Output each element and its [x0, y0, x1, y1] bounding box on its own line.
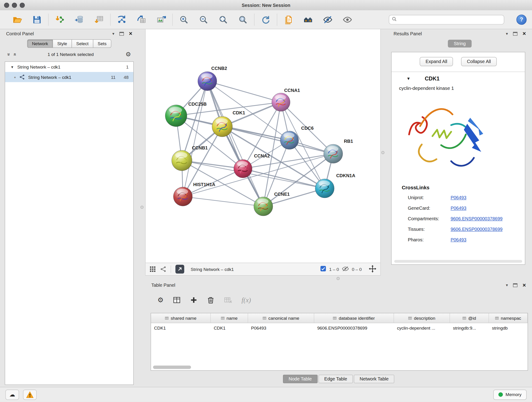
panel-close-icon[interactable]: × [129, 31, 133, 36]
network-edge-CDK1-RB1[interactable] [222, 127, 333, 153]
zoom-fit-icon[interactable] [217, 13, 230, 26]
network-node-CDK1[interactable] [212, 116, 233, 137]
hide-eye-slash-icon[interactable] [321, 13, 334, 26]
network-node-CCNA2[interactable] [234, 160, 252, 178]
column-header[interactable]: namespac [489, 313, 528, 323]
network-edge-CCNB2-CCNA1[interactable] [207, 81, 281, 102]
pan-crosshair-icon[interactable] [369, 265, 376, 274]
network-canvas[interactable]: CCNB2CCNA1CDC25BCDK1CDC6RB1CCNB1CCNA2CDK… [146, 29, 380, 263]
right-splitter-handle[interactable] [381, 151, 385, 154]
left-splitter-handle[interactable] [140, 206, 143, 209]
gene-section-header[interactable]: ▼ CDK1 [392, 71, 525, 85]
column-header[interactable]: @id [450, 313, 489, 323]
network-edge-CCNE1-HIST1H1A[interactable] [183, 196, 263, 206]
show-columns-icon[interactable] [173, 296, 181, 304]
table-cell[interactable]: P06493 [248, 323, 314, 332]
import-network-database-icon[interactable] [73, 13, 86, 26]
search-input[interactable] [399, 17, 501, 22]
expand-all-icon[interactable]: » [12, 53, 17, 56]
close-window-icon[interactable] [4, 3, 9, 8]
panel-float-icon[interactable] [513, 283, 517, 287]
column-header[interactable]: shared name [151, 313, 211, 323]
minimize-window-icon[interactable] [12, 3, 17, 8]
share-network-icon[interactable] [160, 266, 166, 272]
zoom-window-icon[interactable] [20, 3, 25, 8]
network-collection-row[interactable]: ▼ String Network – cdk1 1 [5, 62, 133, 72]
delete-column-trash-icon[interactable] [207, 296, 215, 304]
expand-all-button[interactable]: Expand All [420, 57, 453, 66]
panel-menu-chevron-icon[interactable]: ▾ [506, 32, 508, 36]
panel-menu-chevron-icon[interactable]: ▾ [506, 283, 508, 287]
panel-float-icon[interactable] [119, 32, 124, 35]
section-expander-icon[interactable]: ▼ [406, 76, 411, 81]
bottom-splitter-handle[interactable] [336, 277, 340, 280]
crosslink-link[interactable]: P06493 [451, 195, 467, 200]
memory-button[interactable]: Memory [493, 389, 526, 400]
zoom-out-icon[interactable] [197, 13, 210, 26]
network-node-CCNA1[interactable] [272, 93, 290, 111]
crosslink-link[interactable]: 9606.ENSP00000378699 [451, 227, 503, 232]
column-header[interactable]: database identifier [314, 313, 394, 323]
tab-style[interactable]: Style [52, 39, 72, 48]
network-node-RB1[interactable] [324, 144, 343, 163]
network-node-CCNE1[interactable] [254, 197, 273, 216]
birdseye-grid-icon[interactable] [150, 266, 156, 272]
crosslink-link[interactable]: P06493 [451, 206, 467, 211]
network-node-HIST1H1A[interactable] [173, 187, 192, 206]
network-list-gear-icon[interactable]: ⚙ [126, 51, 131, 57]
tab-sets[interactable]: Sets [93, 39, 111, 48]
table-cell[interactable]: stringdb:9... [450, 323, 489, 332]
network-node-CDC25B[interactable] [165, 105, 187, 127]
show-eye-icon[interactable] [341, 13, 354, 26]
cloud-status-button[interactable]: ☁ [6, 389, 19, 400]
function-builder-icon[interactable]: f(x) [241, 296, 251, 304]
tab-edge-table[interactable]: Edge Table [318, 375, 353, 383]
results-scrollbar[interactable] [394, 260, 522, 263]
table-cell[interactable]: CDK1 [211, 323, 248, 332]
hidden-eye-slash-icon[interactable] [342, 266, 349, 272]
help-button[interactable]: ? [516, 14, 526, 25]
network-node-CCNB2[interactable] [198, 71, 217, 90]
table-cell[interactable]: CDK1 [151, 323, 211, 332]
export-view-button[interactable] [176, 265, 184, 274]
column-header[interactable]: name [211, 313, 248, 323]
import-table-icon[interactable] [93, 13, 105, 26]
export-image-icon[interactable] [155, 13, 167, 26]
selected-checkbox-icon[interactable] [320, 266, 326, 273]
network-edge-CCNB2-CCNE1[interactable] [207, 81, 263, 206]
crosslink-link[interactable]: 9606.ENSP00000378699 [451, 216, 503, 221]
open-session-icon[interactable] [11, 13, 24, 26]
tab-string[interactable]: String [448, 40, 472, 47]
panel-close-icon[interactable]: × [523, 282, 526, 288]
home-networks-icon[interactable] [302, 13, 315, 26]
panel-menu-chevron-icon[interactable]: ▾ [112, 32, 114, 36]
add-column-icon[interactable] [190, 296, 197, 304]
column-header[interactable]: canonical name [248, 313, 314, 323]
tab-node-table[interactable]: Node Table [283, 375, 317, 383]
network-node-CCNB1[interactable] [172, 150, 192, 171]
save-session-icon[interactable] [31, 13, 43, 26]
column-header[interactable]: description [394, 313, 450, 323]
horizontal-scrollbar-thumb[interactable] [153, 366, 191, 369]
table-cell[interactable]: cyclin-dependent ... [394, 323, 450, 332]
crosslink-link[interactable]: P06493 [451, 237, 467, 242]
zoom-selected-icon[interactable] [236, 13, 249, 26]
table-cell[interactable]: stringdb [489, 323, 528, 332]
tree-expander-icon[interactable]: ▼ [11, 65, 14, 69]
panel-float-icon[interactable] [513, 32, 517, 35]
tab-network-table[interactable]: Network Table [354, 375, 394, 383]
collapse-all-icon[interactable]: » [6, 53, 12, 56]
zoom-in-icon[interactable] [177, 13, 190, 26]
tab-network[interactable]: Network [27, 39, 53, 48]
table-settings-gear-icon[interactable]: ⚙ [157, 296, 164, 304]
tab-select[interactable]: Select [71, 39, 93, 48]
warnings-button[interactable] [23, 389, 37, 400]
table-cell[interactable]: 9606.ENSP00000378699 [314, 323, 394, 332]
network-from-table-icon[interactable] [135, 13, 148, 26]
panel-close-icon[interactable]: × [523, 31, 526, 36]
network-node-CDKN1A[interactable] [315, 179, 334, 198]
new-network-icon[interactable] [115, 13, 128, 26]
annotation-document-icon[interactable] [282, 13, 295, 26]
network-edge-CCNB2-HIST1H1A[interactable] [183, 81, 207, 197]
network-node-CDC6[interactable] [280, 131, 298, 149]
